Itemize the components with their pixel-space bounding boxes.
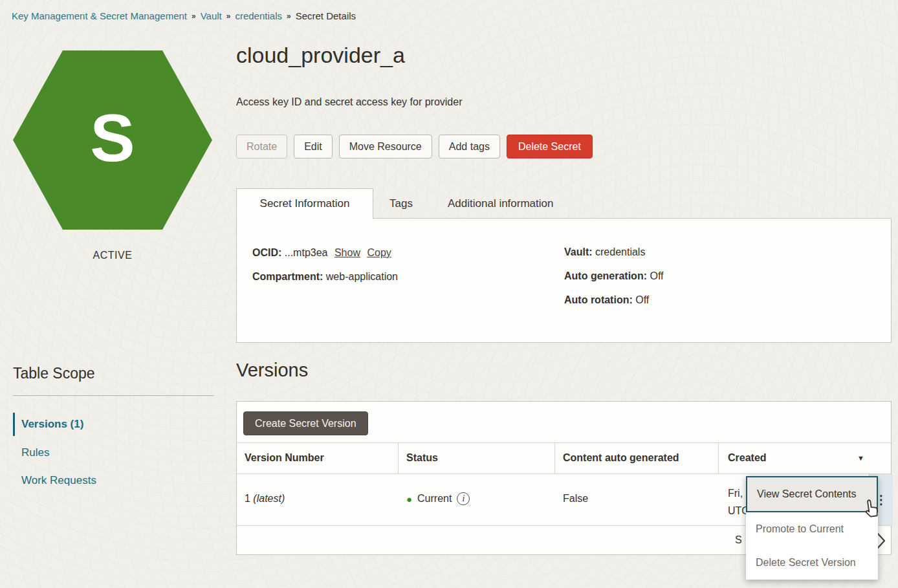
ocid-field: OCID: ...mtp3ea Show Copy bbox=[252, 247, 391, 259]
pagination-text-partial: S bbox=[735, 534, 742, 546]
secret-avatar-letter: S bbox=[90, 104, 135, 177]
edit-button[interactable]: Edit bbox=[294, 135, 333, 158]
menu-item-promote-to-current[interactable]: Promote to Current bbox=[746, 512, 878, 546]
breadcrumb: Key Management & Secret Management » Vau… bbox=[12, 10, 356, 21]
breadcrumb-credentials-link[interactable]: credentials bbox=[235, 10, 282, 21]
compartment-label: Compartment: bbox=[252, 271, 323, 282]
auto-rotation-label: Auto rotation: bbox=[564, 294, 633, 305]
column-header-content-auto-generated: Content auto generated bbox=[563, 442, 679, 474]
table-column-divider bbox=[718, 442, 719, 474]
sort-descending-icon[interactable]: ▼ bbox=[857, 442, 864, 474]
menu-item-delete-secret-version[interactable]: Delete Secret Version bbox=[746, 546, 878, 580]
breadcrumb-separator-icon: » bbox=[287, 11, 291, 21]
cell-content-auto-generated: False bbox=[563, 493, 588, 505]
auto-rotation-value: Off bbox=[635, 294, 649, 305]
add-tags-button[interactable]: Add tags bbox=[439, 135, 500, 158]
secret-description: Access key ID and secret access key for … bbox=[236, 96, 462, 108]
tab-secret-information[interactable]: Secret Information bbox=[236, 188, 373, 219]
status-badge: ACTIVE bbox=[13, 250, 212, 261]
sidebar-item-work-requests[interactable]: Work Requests bbox=[21, 474, 96, 487]
auto-generation-field: Auto generation: Off bbox=[564, 270, 664, 282]
delete-secret-button[interactable]: Delete Secret bbox=[507, 135, 593, 158]
cell-version-number: 1 (latest) bbox=[245, 493, 285, 505]
move-resource-button[interactable]: Move Resource bbox=[339, 135, 432, 158]
auto-generation-value: Off bbox=[650, 270, 663, 281]
menu-item-view-secret-contents[interactable]: View Secret Contents bbox=[746, 476, 878, 512]
rotate-button[interactable]: Rotate bbox=[236, 135, 287, 158]
table-header-bottom-border bbox=[237, 474, 891, 474]
compartment-field: Compartment: web-application bbox=[252, 271, 398, 283]
table-column-divider bbox=[554, 442, 555, 474]
auto-generation-label: Auto generation: bbox=[564, 270, 647, 281]
sidebar-item-versions[interactable]: Versions (1) bbox=[21, 418, 83, 431]
ocid-copy-link[interactable]: Copy bbox=[367, 247, 391, 258]
auto-rotation-field: Auto rotation: Off bbox=[564, 294, 649, 306]
breadcrumb-separator-icon: » bbox=[192, 11, 196, 21]
breadcrumb-current-page: Secret Details bbox=[296, 10, 356, 21]
tab-tags[interactable]: Tags bbox=[389, 188, 413, 219]
vault-label: Vault: bbox=[564, 246, 593, 257]
secret-details-page: Key Management & Secret Management » Vau… bbox=[0, 0, 898, 588]
status-dot-icon: ● bbox=[406, 494, 412, 504]
breadcrumb-vault-link[interactable]: Vault bbox=[201, 10, 222, 21]
cell-status: ● Current i bbox=[406, 492, 470, 505]
table-column-divider bbox=[398, 442, 399, 474]
compartment-value: web-application bbox=[326, 271, 398, 282]
table-scope-title: Table Scope bbox=[13, 365, 95, 382]
page-title: cloud_provider_a bbox=[236, 43, 405, 68]
create-secret-version-button[interactable]: Create Secret Version bbox=[243, 411, 368, 435]
version-number-value: 1 bbox=[245, 493, 250, 504]
sidebar-divider bbox=[13, 395, 214, 396]
version-latest-suffix: (latest) bbox=[253, 493, 285, 504]
tab-additional-information[interactable]: Additional information bbox=[448, 188, 553, 219]
ocid-value: ...mtp3ea bbox=[285, 247, 328, 258]
column-header-status: Status bbox=[406, 442, 438, 474]
status-value: Current bbox=[417, 493, 452, 505]
ocid-label: OCID: bbox=[252, 247, 281, 258]
sidebar-item-rules[interactable]: Rules bbox=[21, 446, 49, 459]
versions-heading: Versions bbox=[236, 360, 308, 381]
vault-value: credentials bbox=[595, 246, 645, 257]
column-header-version-number: Version Number bbox=[245, 442, 324, 474]
column-header-created[interactable]: Created bbox=[728, 442, 767, 474]
info-icon[interactable]: i bbox=[457, 492, 470, 505]
row-context-menu: View Secret Contents Promote to Current … bbox=[746, 476, 878, 580]
vault-field: Vault: credentials bbox=[564, 246, 645, 258]
action-button-row: Rotate Edit Move Resource Add tags Delet… bbox=[236, 135, 593, 158]
breadcrumb-separator-icon: » bbox=[226, 11, 231, 21]
ocid-show-link[interactable]: Show bbox=[334, 247, 360, 258]
sidebar-active-indicator bbox=[13, 413, 15, 436]
breadcrumb-key-management-link[interactable]: Key Management & Secret Management bbox=[12, 10, 187, 21]
secret-hexagon-badge: S bbox=[13, 50, 212, 230]
